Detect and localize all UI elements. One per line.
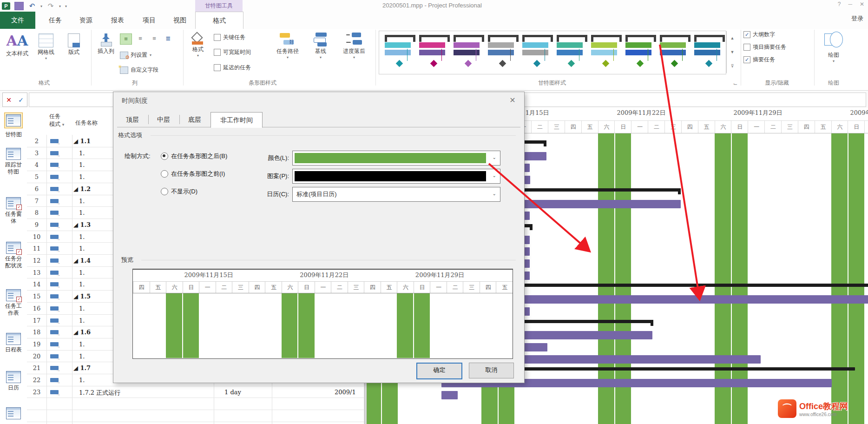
gantt-style-swatch-4[interactable] bbox=[486, 35, 517, 70]
sidebar-item-日程表[interactable]: 日程表 bbox=[0, 333, 27, 353]
sidebar-item-日历[interactable]: 日历 bbox=[0, 371, 27, 391]
redo-dropdown-icon[interactable]: ▾ bbox=[59, 4, 61, 8]
check-关键任务[interactable]: 关键任务 bbox=[214, 33, 245, 41]
row-number[interactable]: 20 bbox=[27, 353, 46, 360]
dialog-tab-顶层[interactable]: 顶层 bbox=[117, 112, 148, 127]
align-center-button[interactable]: ≡ bbox=[135, 33, 146, 44]
row-number[interactable]: 8 bbox=[27, 209, 46, 216]
row-number[interactable]: 18 bbox=[27, 329, 46, 336]
radio-在任务条形图之前(I)[interactable] bbox=[161, 170, 168, 178]
tab-格式[interactable]: 格式 bbox=[195, 12, 243, 29]
chevron-down-icon[interactable]: ⌄ bbox=[493, 191, 496, 196]
gantt-style-swatch-9[interactable] bbox=[658, 35, 689, 70]
check-可宽延时间[interactable]: 可宽延时间 bbox=[214, 48, 251, 56]
task-duration[interactable]: 1 day bbox=[224, 389, 262, 396]
check-延迟的任务[interactable]: 延迟的任务 bbox=[214, 64, 251, 72]
sidebar-item-bottom[interactable] bbox=[0, 407, 27, 419]
insert-column-button[interactable]: 插入列 bbox=[94, 33, 118, 55]
gantt-style-swatch-6[interactable] bbox=[555, 35, 585, 70]
row-number[interactable]: 16 bbox=[27, 305, 46, 312]
row-number[interactable]: 11 bbox=[27, 245, 46, 252]
cancel-button[interactable]: 取消 bbox=[469, 363, 514, 378]
column-settings-button[interactable]: ⚙ 列设置▾ bbox=[120, 51, 151, 59]
pattern-dropdown[interactable]: ⌄ bbox=[292, 169, 500, 184]
gantt-style-swatch-5[interactable] bbox=[520, 35, 551, 70]
row-number[interactable]: 19 bbox=[27, 341, 46, 348]
chevron-down-icon[interactable]: ⌄ bbox=[493, 173, 496, 178]
slippage-button[interactable]: 进度落后 ▾ bbox=[335, 33, 373, 60]
gantt-style-swatch-1[interactable] bbox=[383, 35, 414, 70]
edit-cancel-icon[interactable]: ✕ bbox=[6, 96, 12, 104]
gantt-style-swatch-2[interactable] bbox=[417, 35, 448, 70]
row-number[interactable]: 22 bbox=[27, 377, 46, 384]
row-number[interactable]: 21 bbox=[27, 364, 46, 371]
align-left-button[interactable]: ≡ bbox=[120, 33, 132, 45]
row-number[interactable]: 17 bbox=[27, 317, 46, 324]
dialog-close-icon[interactable]: ✕ bbox=[507, 96, 518, 105]
chevron-down-icon[interactable]: ⌄ bbox=[493, 155, 496, 160]
align-right-button[interactable]: ≡ bbox=[149, 33, 160, 44]
task-name[interactable]: 1.7.2 正式运行 bbox=[79, 389, 191, 397]
minimize-icon[interactable]: ─ bbox=[848, 1, 852, 7]
layout-button[interactable]: 版式 bbox=[60, 33, 87, 56]
undo-icon[interactable]: ↶ bbox=[28, 2, 36, 10]
sidebar-item-任务分配状况[interactable]: ✓任务分配状况 bbox=[0, 242, 27, 269]
gantt-style-swatch-10[interactable] bbox=[692, 35, 723, 70]
checkbox-icon[interactable] bbox=[214, 49, 221, 56]
checkbox-icon[interactable]: ✓ bbox=[743, 56, 750, 63]
row-number[interactable]: 3 bbox=[27, 150, 46, 157]
color-dropdown[interactable]: ⌄ bbox=[292, 151, 500, 166]
tab-项目[interactable]: 项目 bbox=[135, 12, 164, 29]
help-icon[interactable]: ? bbox=[838, 1, 841, 7]
checkbox-icon[interactable] bbox=[214, 64, 221, 71]
gantt-styles-dialog-launcher[interactable]: ⌙ bbox=[733, 81, 737, 87]
tab-资源[interactable]: 资源 bbox=[72, 12, 100, 29]
gallery-expand[interactable]: ⊽ bbox=[726, 59, 738, 73]
row-number[interactable]: 13 bbox=[27, 269, 46, 276]
sidebar-item-任务窗体[interactable]: ✓任务窗体 bbox=[0, 197, 27, 225]
column-header-task-name[interactable]: 任务名称 bbox=[75, 119, 98, 127]
custom-fields-button[interactable]: ✳ 自定义字段 bbox=[120, 66, 158, 74]
sidebar-item-跟踪甘特图[interactable]: 跟踪甘特图 bbox=[0, 148, 27, 175]
row-number[interactable]: 7 bbox=[27, 198, 46, 205]
baseline-button[interactable]: 基线 ▾ bbox=[309, 33, 333, 60]
close-window-icon[interactable]: ✕ bbox=[860, 1, 864, 7]
row-number[interactable]: 23 bbox=[27, 389, 46, 396]
row-number[interactable]: 10 bbox=[27, 233, 46, 240]
format-bar-button[interactable]: 格式 ▾ bbox=[186, 33, 210, 58]
column-header-task-mode[interactable]: 任务模式 ▾ bbox=[49, 113, 64, 128]
radio-不显示(D)[interactable] bbox=[161, 188, 168, 195]
dialog-tab-非工作时间[interactable]: 非工作时间 bbox=[210, 112, 263, 128]
tab-文件[interactable]: 文件 bbox=[0, 12, 35, 29]
save-icon[interactable] bbox=[14, 2, 24, 10]
wrap-text-button[interactable]: ≣ bbox=[163, 33, 174, 44]
radio-在任务条形图之后(B)[interactable] bbox=[161, 152, 168, 160]
checkbox-icon[interactable]: ✓ bbox=[743, 31, 750, 38]
text-styles-button[interactable]: AA 文本样式 bbox=[3, 33, 32, 58]
row-number[interactable]: 9 bbox=[27, 221, 46, 228]
task-start[interactable]: 2009/1 bbox=[335, 389, 364, 396]
dialog-tab-中层[interactable]: 中层 bbox=[148, 112, 179, 127]
task-path-button[interactable]: ⛓ 任务路径 ▾ bbox=[270, 33, 306, 60]
redo-icon[interactable]: ↷ bbox=[46, 2, 55, 10]
tab-视图[interactable]: 视图 bbox=[165, 12, 194, 29]
gridlines-button[interactable]: 网格线 ▾ bbox=[33, 33, 59, 60]
row-number[interactable]: 4 bbox=[27, 161, 46, 168]
task-bar[interactable] bbox=[441, 391, 458, 399]
sidebar-item-任务工作表[interactable]: ✓任务工作表 bbox=[0, 289, 27, 317]
row-number[interactable]: 5 bbox=[27, 173, 46, 180]
edit-accept-icon[interactable]: ✓ bbox=[18, 96, 24, 104]
ok-button[interactable]: 确定 bbox=[416, 363, 462, 379]
gantt-style-swatch-8[interactable] bbox=[624, 35, 654, 70]
checkbox-icon[interactable] bbox=[743, 44, 750, 51]
gallery-scroll-up[interactable]: ▲ bbox=[726, 31, 738, 46]
row-number[interactable]: 15 bbox=[27, 293, 46, 300]
sidebar-item-甘特图[interactable]: 甘特图 bbox=[0, 113, 27, 138]
gallery-scroll-down[interactable]: ▼ bbox=[726, 45, 738, 60]
tab-任务[interactable]: 任务 bbox=[41, 12, 70, 29]
qat-customize-icon[interactable]: ▾ bbox=[65, 4, 67, 8]
check-摘要任务[interactable]: ✓摘要任务 bbox=[743, 56, 775, 64]
row-number[interactable]: 2 bbox=[27, 138, 46, 145]
check-大纲数字[interactable]: ✓大纲数字 bbox=[743, 31, 775, 39]
check-项目摘要任务[interactable]: 项目摘要任务 bbox=[743, 43, 786, 51]
